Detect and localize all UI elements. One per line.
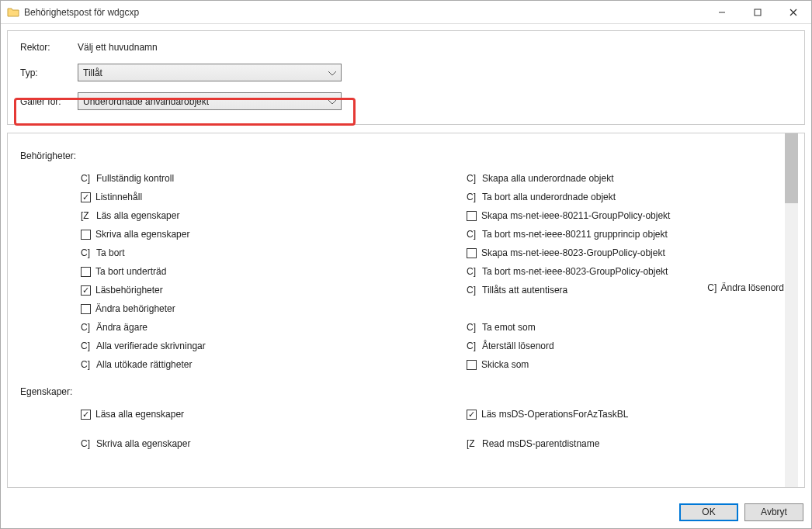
checkbox[interactable]	[81, 192, 91, 202]
permission-item[interactable]: Ändra behörigheter	[20, 299, 406, 318]
permissions-col-left: C]Fullständig kontrollListinnehåll[ZLäs …	[20, 169, 406, 374]
permissions-panel: Behörigheter: C]Fullständig kontrollList…	[7, 133, 805, 488]
permission-item	[406, 299, 792, 318]
item-label: Läs alla egenskaper	[96, 210, 179, 221]
permissions-col-right: C]Skapa alla underordnade objektC]Ta bor…	[406, 169, 792, 374]
checkbox-glyph: C]	[467, 192, 481, 202]
item-label: Alla verifierade skrivningar	[96, 341, 206, 351]
checkbox-glyph: C]	[81, 322, 95, 333]
permission-item[interactable]: C]Ändra ägare	[20, 318, 406, 337]
cancel-button[interactable]: Avbryt	[744, 503, 803, 521]
permission-item	[406, 424, 792, 434]
permission-item[interactable]: Skapa ms-net-ieee-8023-GroupPolicy-objek…	[406, 244, 792, 262]
permission-item[interactable]: C]Ta bort	[20, 244, 406, 262]
applies-dropdown[interactable]: Underordnade användarobjekt	[78, 92, 342, 110]
checkbox-glyph: C]	[81, 173, 95, 184]
applies-value: Underordnade användarobjekt	[83, 96, 209, 107]
type-value: Tillåt	[83, 67, 102, 78]
checkbox[interactable]	[467, 410, 477, 420]
type-label: Typ:	[20, 67, 78, 78]
ok-button[interactable]: OK	[679, 503, 738, 521]
item-label: Read msDS-parentdistname	[482, 438, 599, 449]
permission-item[interactable]: C]Alla verifierade skrivningar	[20, 337, 406, 355]
permission-item[interactable]: C]Skapa alla underordnade objekt	[406, 169, 792, 188]
permission-item[interactable]: Ta bort underträd	[20, 262, 406, 281]
permissions-columns: C]Fullständig kontrollListinnehåll[ZLäs …	[20, 169, 792, 374]
permission-item[interactable]: [ZRead msDS-parentdistname	[406, 434, 792, 453]
permission-item[interactable]: Läsbehörigheter	[20, 281, 406, 299]
item-label: Fullständig kontroll	[96, 173, 174, 184]
item-label: Läsa alla egenskaper	[95, 409, 184, 420]
permission-item[interactable]: Skriva alla egenskaper	[20, 225, 406, 244]
checkbox-glyph: C]	[467, 229, 481, 240]
type-dropdown[interactable]: Tillåt	[78, 64, 342, 81]
applies-label: Gäller för:	[20, 96, 78, 107]
principal-label: Rektor:	[20, 42, 78, 53]
item-label: Skicka som	[481, 359, 529, 370]
checkbox-glyph: C]	[467, 173, 481, 184]
item-label: Skriva alla egenskaper	[95, 229, 189, 240]
item-label: Skapa ms-net-ieee-80211-GroupPolicy-obje…	[481, 210, 670, 221]
permission-item[interactable]: C]Ta bort alla underordnade objekt	[406, 188, 792, 206]
vertical-scrollbar[interactable]	[785, 133, 798, 487]
item-label: Skriva alla egenskaper	[96, 438, 190, 449]
window-buttons	[704, 1, 811, 24]
item-label: Läsbehörigheter	[95, 285, 163, 296]
permission-item[interactable]: C]Fullständig kontroll	[20, 169, 406, 188]
permission-item[interactable]: C]Skriva alla egenskaper	[20, 434, 406, 453]
maximize-button[interactable]	[740, 1, 776, 24]
permission-item[interactable]: C]Alla utökade rättigheter	[20, 355, 406, 374]
permission-item[interactable]: Skicka som	[406, 355, 792, 374]
permission-item[interactable]: C]Återställ lösenord	[406, 337, 792, 355]
dialog-window: Behörighetspost för wdgcxp Rektor: Välj …	[0, 0, 812, 529]
item-label: Ändra ägare	[96, 322, 147, 333]
checkbox-glyph: C]	[467, 285, 481, 296]
checkbox-glyph: C]	[467, 266, 481, 277]
item-label: Ta bort ms-net-ieee-8023-GroupPolicy-obj…	[482, 266, 668, 277]
minimize-button[interactable]	[704, 1, 740, 24]
permission-item[interactable]: Listinnehåll	[20, 188, 406, 206]
close-button[interactable]	[776, 1, 811, 24]
item-label: Skapa ms-net-ieee-8023-GroupPolicy-objek…	[481, 247, 665, 258]
item-label: Läs msDS-OperationsForAzTaskBL	[481, 409, 628, 420]
item-label: Ta bort underträd	[95, 266, 166, 277]
permission-item	[20, 424, 406, 434]
checkbox-glyph: C]	[81, 341, 95, 351]
checkbox[interactable]	[467, 211, 477, 221]
permission-item[interactable]: Läsa alla egenskaper	[20, 405, 406, 424]
item-label: Skapa alla underordnade objekt	[482, 173, 613, 184]
checkbox-glyph: C]	[81, 438, 95, 449]
permission-item[interactable]: Läs msDS-OperationsForAzTaskBL	[406, 405, 792, 424]
checkbox-glyph: C]	[467, 322, 481, 333]
principal-link[interactable]: Välj ett huvudnamn	[78, 42, 158, 53]
chevron-down-icon	[328, 67, 336, 78]
checkbox[interactable]	[81, 410, 91, 420]
checkbox[interactable]	[81, 267, 91, 277]
chevron-down-icon	[328, 96, 336, 107]
checkbox-glyph: C]	[81, 247, 95, 258]
permission-item[interactable]: C]Ta bort ms-net-ieee-80211 grupprincip …	[406, 225, 792, 244]
item-label: Ta bort ms-net-ieee-80211 grupprincip ob…	[482, 229, 668, 240]
permissions-heading: Behörigheter:	[20, 150, 792, 161]
properties-heading: Egenskaper:	[20, 386, 792, 397]
overflow-item[interactable]: C] Ändra lösenord	[707, 282, 784, 293]
svg-rect-1	[755, 9, 761, 16]
properties-col-right: Läs msDS-OperationsForAzTaskBL[ZRead msD…	[406, 405, 792, 453]
checkbox[interactable]	[81, 230, 91, 240]
permission-item[interactable]: Skapa ms-net-ieee-80211-GroupPolicy-obje…	[406, 206, 792, 225]
checkbox-glyph: [Z	[81, 210, 95, 221]
item-label: Ta bort	[96, 247, 125, 258]
permission-item[interactable]: C]Ta bort ms-net-ieee-8023-GroupPolicy-o…	[406, 262, 792, 281]
item-label: Alla utökade rättigheter	[96, 359, 192, 370]
checkbox[interactable]	[81, 304, 91, 314]
window-title: Behörighetspost för wdgcxp	[24, 7, 704, 18]
checkbox[interactable]	[467, 360, 477, 370]
checkbox[interactable]	[81, 285, 91, 296]
item-label: Tillåts att autentisera	[482, 285, 567, 296]
overflow-label: Ändra lösenord	[721, 282, 784, 293]
checkbox[interactable]	[467, 248, 477, 258]
permission-item[interactable]: C]Ta emot som	[406, 318, 792, 337]
content-area: Rektor: Välj ett huvudnamn Typ: Tillåt G…	[1, 24, 811, 496]
permission-item[interactable]: [ZLäs alla egenskaper	[20, 206, 406, 225]
item-label: Ta emot som	[482, 322, 536, 333]
